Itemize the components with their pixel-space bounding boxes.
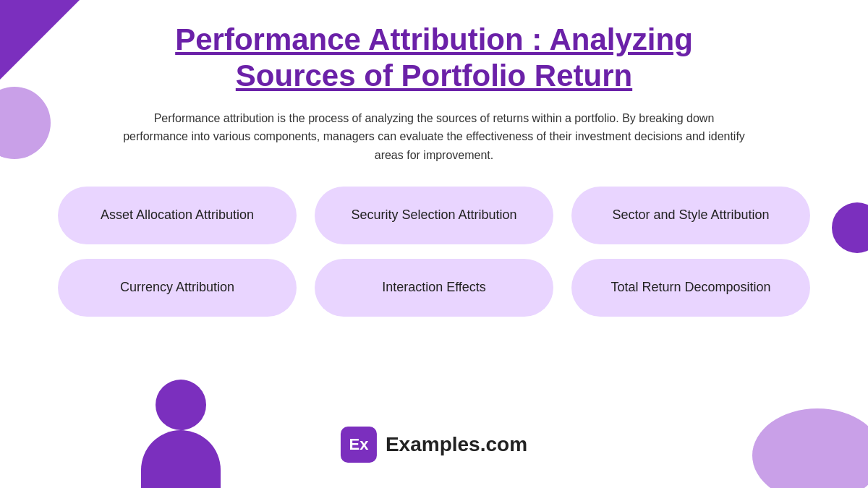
brand-name: Examples.com	[386, 433, 527, 456]
card-sector-style[interactable]: Sector and Style Attribution	[571, 187, 810, 244]
deco-bottom-right-ellipse	[752, 408, 868, 488]
page-title: Performance Attribution : Analyzing Sour…	[175, 22, 693, 95]
card-currency-attribution[interactable]: Currency Attribution	[58, 259, 297, 317]
brand-icon: Ex	[341, 427, 377, 463]
page-title-line1: Performance Attribution : Analyzing	[175, 22, 693, 56]
card-security-selection[interactable]: Security Selection Attribution	[315, 187, 553, 244]
deco-person-head	[156, 380, 206, 430]
deco-person-body	[141, 430, 221, 488]
footer-brand: Ex Examples.com	[341, 427, 527, 463]
cards-grid: Asset Allocation AttributionSecurity Sel…	[58, 187, 810, 317]
card-asset-allocation[interactable]: Asset Allocation Attribution	[58, 187, 297, 244]
main-content: Performance Attribution : Analyzing Sour…	[0, 0, 868, 331]
card-interaction-effects[interactable]: Interaction Effects	[315, 259, 553, 317]
page-description: Performance attribution is the process o…	[123, 109, 745, 165]
card-total-return[interactable]: Total Return Decomposition	[571, 259, 810, 317]
page-title-line2: Sources of Portfolio Return	[236, 59, 632, 93]
